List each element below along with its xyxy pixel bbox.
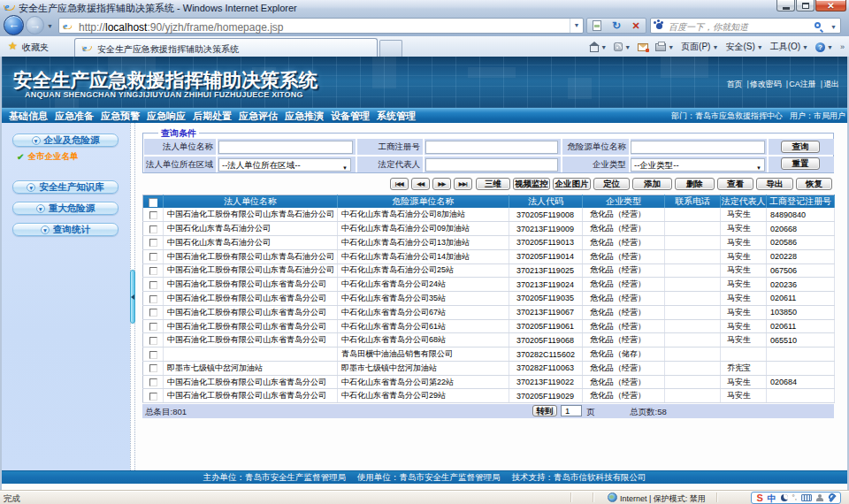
ime-keyboard-icon[interactable] xyxy=(801,494,812,501)
ime-punctuation-toggle[interactable]: °, xyxy=(792,493,796,502)
toolbar-button-add[interactable]: 添加 xyxy=(632,178,672,190)
next-page-button[interactable]: ▶▶ xyxy=(432,178,451,190)
new-tab-button[interactable] xyxy=(379,40,402,57)
table-row[interactable]: 中国石化山东青岛石油分公司 中石化山东青岛石油分公司09加油站 370213F1… xyxy=(143,222,835,236)
last-page-button[interactable]: ▶▶| xyxy=(454,178,472,190)
more-commands-button[interactable]: » xyxy=(838,42,845,51)
minimize-button[interactable] xyxy=(776,0,795,11)
column-header[interactable]: 法定代表人 xyxy=(721,195,767,209)
address-input[interactable]: e http://localhost:90/yjzh/frame/homepag… xyxy=(58,18,584,34)
table-row[interactable]: 中国石油化工股份有限公司山东青岛石油分公司 中石化山东青岛石油分公司8加油站 3… xyxy=(143,208,835,222)
table-row[interactable]: 中国石化山东青岛石油分公司 中石化山东青岛石油分公司13加油站 370205F1… xyxy=(143,236,835,250)
refresh-button[interactable]: ↻ xyxy=(607,19,626,33)
toolbar-button-video[interactable]: 视频监控 xyxy=(513,178,550,190)
active-tab[interactable]: e 安全生产应急救援指挥辅助决策系统 xyxy=(74,38,378,57)
column-header[interactable]: 联系电话 xyxy=(665,195,721,209)
search-button[interactable]: 查询 xyxy=(781,141,820,153)
help-button[interactable]: ?▼ xyxy=(814,42,835,52)
table-row[interactable]: 中国石油化工股份有限公司山东省青岛分公司 中石化山东省青岛分公司67站 3702… xyxy=(143,305,835,319)
table-row[interactable]: 青岛田横中油油品销售有限公司 370282C115602 危化品（储存） xyxy=(143,347,835,362)
nav-item[interactable]: 应急响应 xyxy=(147,110,186,123)
toolbar-button-locate[interactable]: 定位 xyxy=(593,178,630,190)
column-header[interactable]: 法人代码 xyxy=(509,195,583,209)
ime-settings-icon[interactable] xyxy=(828,494,836,502)
table-row[interactable]: 中国石油化工股份有限公司山东青岛石油分公司 中石化山东青岛石油分公司14加油站 … xyxy=(143,249,835,263)
legal-name-input[interactable] xyxy=(218,141,353,154)
table-row[interactable]: 中国石油化工股份有限公司山东省青岛分公司 中石化山东省青岛分公司61站 3702… xyxy=(143,319,835,333)
banner-link[interactable]: 退出 xyxy=(816,80,839,88)
ent-type-select[interactable]: --企业类型--▼ xyxy=(631,158,765,172)
close-button[interactable]: ✕ xyxy=(815,0,846,11)
column-header[interactable]: 企业类型 xyxy=(583,195,665,209)
maximize-button[interactable] xyxy=(796,0,815,11)
prev-page-button[interactable]: ◀◀ xyxy=(411,178,430,190)
table-row[interactable]: 即墨市七级镇中岔河加油站 即墨市七级镇中岔河加油站 370282F110063 … xyxy=(143,361,835,375)
search-dropdown-icon[interactable]: ▼ xyxy=(830,24,837,30)
toolbar-button-view[interactable]: 查看 xyxy=(717,178,753,190)
toolbar-button-3d[interactable]: 三维 xyxy=(476,178,510,190)
row-checkbox[interactable] xyxy=(149,393,157,401)
banner-link[interactable]: 首页 xyxy=(726,80,742,88)
table-row[interactable]: 中国石油化工股份有限公司山东省青岛分公司 中石化山东省青岛分公司24站 3702… xyxy=(143,278,835,292)
compatibility-view-button[interactable] xyxy=(587,19,607,33)
search-input[interactable]: 百度一下，你就知道 ▼ xyxy=(650,18,841,34)
banner-link[interactable]: 修改密码 xyxy=(742,80,781,88)
column-header[interactable]: 危险源单位名称 xyxy=(338,195,509,209)
feeds-button[interactable]: ▼ xyxy=(612,42,632,51)
column-header[interactable]: 工商登记注册号 xyxy=(767,195,835,209)
sidebar-collapse-handle[interactable] xyxy=(130,270,135,324)
tools-menu[interactable]: 工具(O)▼ xyxy=(769,41,810,53)
forward-button[interactable]: → xyxy=(26,16,44,34)
nav-item[interactable]: 基础信息 xyxy=(9,110,48,123)
nav-item[interactable]: 系统管理 xyxy=(377,110,416,123)
goto-page-button[interactable]: 转到 xyxy=(532,405,557,416)
ime-language-toggle[interactable]: 中 xyxy=(768,493,776,503)
table-row[interactable]: 中国石油化工股份有限公司山东青岛石油分公司 中石化山东青岛石油分公司25站 37… xyxy=(143,263,835,278)
select-all-checkbox[interactable] xyxy=(149,198,157,207)
row-checkbox[interactable] xyxy=(149,225,157,233)
home-button[interactable]: ▼ xyxy=(588,42,608,52)
page-menu[interactable]: 页面(P)▼ xyxy=(679,41,720,53)
toolbar-button-restore[interactable]: 恢复 xyxy=(796,178,832,190)
nav-item[interactable]: 应急推演 xyxy=(285,110,324,123)
region-select[interactable]: --法人单位所在区域--▼ xyxy=(218,158,351,172)
toolbar-button-delete[interactable]: 删除 xyxy=(675,178,715,190)
sidebar-group-knowledge-base[interactable]: ▼安全生产知识库 xyxy=(12,180,119,194)
column-header[interactable]: 法人单位名称 xyxy=(164,195,338,209)
row-checkbox[interactable] xyxy=(149,239,157,247)
hazard-name-input[interactable] xyxy=(631,141,765,154)
favorites-label[interactable]: 收藏夹 xyxy=(22,42,49,54)
ime-user-icon[interactable] xyxy=(816,494,823,501)
stop-button[interactable]: ✕ xyxy=(626,19,646,33)
address-dropdown-icon[interactable]: ▼ xyxy=(570,19,583,33)
search-icon[interactable] xyxy=(815,22,821,28)
security-menu[interactable]: 安全(S)▼ xyxy=(723,41,764,53)
table-row[interactable]: 中国石油化工股份有限公司山东省青岛分公司 中石化山东省青岛分公司35站 3702… xyxy=(143,292,835,306)
sogou-icon[interactable]: S xyxy=(756,493,762,503)
favorites-star-icon[interactable]: ★ xyxy=(8,40,18,52)
table-row[interactable]: 中国石油化工股份有限公司山东省青岛分公司 中石化山东省青岛分公司第22站 370… xyxy=(143,375,835,389)
sidebar-group-query-statistics[interactable]: ▼查询统计 xyxy=(12,223,119,236)
row-checkbox[interactable] xyxy=(149,295,157,303)
nav-item[interactable]: 设备管理 xyxy=(331,110,370,123)
print-button[interactable]: ▼ xyxy=(654,43,676,51)
row-checkbox[interactable] xyxy=(149,351,157,359)
table-row[interactable]: 中国石油化工股份有限公司山东省青岛分公司 中石化山东省青岛分公司68站 3702… xyxy=(143,333,835,347)
row-checkbox[interactable] xyxy=(149,281,157,289)
row-checkbox[interactable] xyxy=(149,309,157,317)
row-checkbox[interactable] xyxy=(149,267,157,275)
sidebar-item-city-enterprise-list[interactable]: ✔全市企业名单 xyxy=(17,151,123,163)
nav-item[interactable]: 应急预警 xyxy=(101,110,140,123)
toolbar-button-export[interactable]: 导出 xyxy=(756,178,793,190)
table-row[interactable]: 中国石油化工股份有限公司山东省青岛分公司 中石化山东省青岛分公司29站 3702… xyxy=(143,389,835,403)
reg-no-input[interactable] xyxy=(425,141,558,154)
legal-rep-input[interactable] xyxy=(425,158,558,172)
sidebar-group-enterprise-hazard[interactable]: ▼企业及危险源 xyxy=(12,134,119,147)
row-checkbox[interactable] xyxy=(149,253,157,261)
nav-item[interactable]: 后期处置 xyxy=(193,110,232,123)
row-checkbox[interactable] xyxy=(149,364,157,372)
toolbar-button-photos[interactable]: 企业图片 xyxy=(553,178,591,190)
banner-link[interactable]: CA注册 xyxy=(782,80,816,88)
sidebar-group-major-hazard[interactable]: ▼重大危险源 xyxy=(12,202,119,215)
row-checkbox[interactable] xyxy=(149,378,157,386)
